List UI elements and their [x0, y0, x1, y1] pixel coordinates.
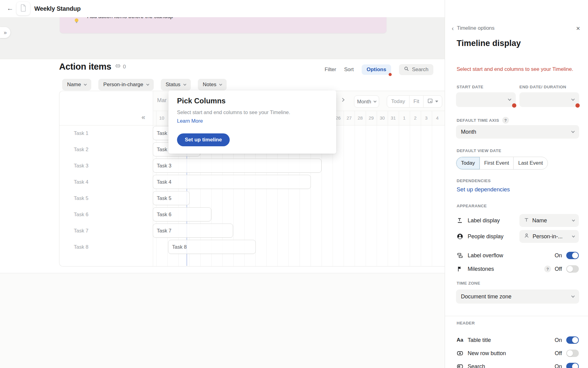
end-date-dropdown[interactable] [519, 92, 579, 107]
label-overflow-toggle[interactable] [566, 252, 579, 259]
toggle-knob [567, 266, 573, 272]
chevron-down-icon [571, 294, 575, 297]
callout-banner: Add action items before the standup [60, 17, 386, 33]
table-title: Action items [59, 62, 111, 72]
document-title: Weekly Standup [34, 0, 81, 17]
chevron-down-icon [146, 82, 149, 86]
row-label: Milestones [468, 266, 494, 272]
toggle-state-label: Off [555, 266, 562, 272]
search-button[interactable]: Search [399, 64, 433, 75]
search-toggle-row: Search On [457, 360, 579, 368]
gantt-bar[interactable]: Task 8 [168, 240, 256, 254]
options-button[interactable]: Options [362, 64, 391, 75]
chevron-down-icon [571, 97, 575, 101]
chevron-down-icon [571, 129, 575, 133]
day-label: 28 [355, 111, 366, 125]
toggle-knob [567, 350, 573, 356]
time-zone-value: Document time zone [461, 293, 511, 300]
day-label: 4 [432, 111, 443, 125]
chevron-down-icon [183, 82, 187, 86]
required-dot [575, 103, 580, 108]
default-time-axis-dropdown[interactable]: Month [456, 125, 579, 139]
people-display-dropdown[interactable]: Person-in-... [519, 230, 579, 243]
gantt-bar[interactable]: Task 4 [153, 175, 311, 189]
day-label: 1 [399, 111, 410, 125]
fit-button[interactable]: Fit [409, 96, 423, 107]
section-divider [445, 316, 588, 316]
start-date-dropdown[interactable] [456, 92, 516, 107]
time-zone-dropdown[interactable]: Document time zone [456, 289, 579, 304]
column-pill-status[interactable]: Status [161, 79, 191, 90]
new-row-toggle[interactable] [566, 350, 579, 357]
row-label: New row button [468, 350, 506, 357]
gantt-bar[interactable]: Task 3 [153, 159, 322, 173]
document-icon-button[interactable] [17, 2, 30, 15]
column-pill-notes[interactable]: Notes [198, 79, 227, 90]
banner-text: Add action items before the standup [87, 17, 173, 20]
appearance-label: APPEARANCE [457, 204, 487, 208]
close-icon[interactable]: × [576, 25, 580, 33]
start-date-label: START DATE [457, 85, 484, 89]
segment-last-event[interactable]: Last Event [513, 157, 548, 169]
gantt-bar[interactable]: Task 6 [153, 207, 211, 221]
table-title-icon: Aa [457, 337, 465, 343]
segment-today[interactable]: Today [456, 157, 480, 169]
search-icon [404, 66, 409, 73]
day-label: 31 [388, 111, 399, 125]
set-up-timeline-button[interactable]: Set up timeline [177, 133, 230, 146]
row-label: People display [468, 233, 503, 240]
default-view-date-label: DEFAULT VIEW DATE [457, 148, 501, 153]
calendar-dropdown-button[interactable] [423, 96, 442, 107]
toggle-state-label: On [555, 363, 562, 368]
toggle-knob [572, 337, 578, 343]
lightbulb-icon [74, 18, 79, 25]
milestones-row: Milestones ? Off [457, 263, 579, 275]
toggle-knob [572, 252, 578, 259]
time-zone-label: TIME ZONE [457, 281, 480, 286]
label-display-value: Name [532, 217, 547, 224]
time-axis-dropdown[interactable]: Month [354, 95, 379, 108]
toggle-knob [572, 363, 578, 368]
help-icon[interactable]: ? [502, 117, 509, 124]
help-icon[interactable]: ? [544, 266, 551, 272]
required-dot [512, 103, 516, 108]
month-label: Mar [157, 97, 167, 104]
day-label: 3 [421, 111, 432, 125]
panel-title: Timeline display [457, 39, 521, 48]
day-label: 2 [410, 111, 421, 125]
search-label: Search [412, 67, 428, 73]
people-display-value: Person-in-... [533, 233, 563, 240]
filter-button[interactable]: Filter [325, 67, 336, 73]
panel-warning-text: Select start and end columns to see your… [457, 65, 579, 73]
table-title-toggle[interactable] [566, 336, 579, 344]
label-overflow-row: Label overflow On [457, 249, 579, 262]
milestones-toggle[interactable] [566, 265, 579, 273]
label-overflow-icon [457, 252, 465, 259]
column-pill-person-in-charge[interactable]: Person-in-charge [98, 79, 153, 90]
time-axis-value: Month [357, 99, 371, 105]
time-axis-selected-value: Month [461, 129, 476, 135]
default-time-axis-text: DEFAULT TIME AXIS [457, 118, 499, 123]
panel-back-button[interactable]: ‹ Timeline options [452, 25, 495, 31]
chevron-down-icon [508, 97, 511, 101]
chevron-down-icon [373, 99, 376, 102]
people-display-row: People display Person-in-... [457, 230, 579, 243]
row-label: Table title [468, 337, 491, 343]
search-toggle[interactable] [566, 363, 579, 368]
label-display-dropdown[interactable]: Name [519, 214, 579, 227]
pick-columns-popup: Pick Columns Select start and end column… [168, 90, 336, 154]
back-arrow-icon[interactable]: ← [7, 4, 13, 12]
caret-down-icon [435, 101, 438, 102]
row-label: Label overflow [468, 252, 503, 259]
today-button[interactable]: Today [387, 96, 409, 107]
linked-count: 0 [115, 63, 126, 71]
header-section-label: HEADER [457, 321, 475, 325]
sort-button[interactable]: Sort [344, 67, 354, 73]
label-display-icon [457, 217, 465, 224]
set-up-dependencies-link[interactable]: Set up dependencies [457, 186, 510, 193]
gantt-bar[interactable]: Task 5 [153, 191, 190, 205]
segment-first-event[interactable]: First Event [480, 157, 513, 169]
learn-more-link[interactable]: Learn More [177, 118, 203, 124]
gantt-bar[interactable]: Task 7 [153, 224, 233, 238]
column-pill-name[interactable]: Name [62, 79, 91, 90]
